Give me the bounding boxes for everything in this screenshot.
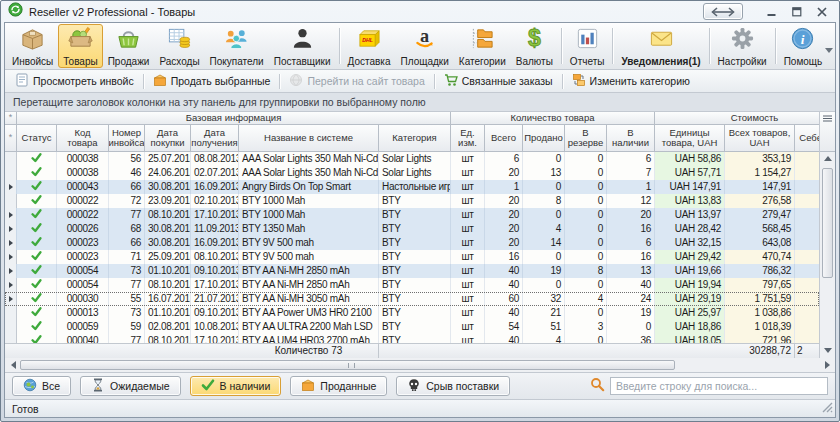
toolbar-separator	[339, 28, 340, 64]
column-header[interactable]: Ед. изм.	[451, 125, 485, 152]
column-header[interactable]: В наличии	[607, 125, 655, 152]
maximize-button[interactable]	[787, 5, 807, 19]
column-chooser-icon[interactable]	[820, 112, 835, 152]
filter-button-expected[interactable]: Ожидаемые	[80, 376, 180, 396]
toolbar-button-currencies[interactable]: $Валюты	[511, 24, 558, 68]
cell-unit_price: UAH 18,05	[655, 334, 725, 343]
column-header[interactable]: Дата получения	[191, 125, 239, 152]
scroll-down-icon[interactable]	[820, 344, 835, 357]
cell-reserved: 0	[565, 306, 607, 320]
cell-sold: 13	[523, 166, 565, 180]
band-header[interactable]: Базовая информация	[17, 112, 451, 125]
toolbar-button-buyers[interactable]: Покупатели	[205, 24, 269, 68]
table-row[interactable]: 0000407708.10.201317.10.2013BTY AA UM4 H…	[5, 334, 819, 343]
toolbar-overflow-icon[interactable]	[825, 53, 833, 71]
resize-grip-icon[interactable]	[822, 402, 833, 415]
cell-reserved: 3	[565, 320, 607, 334]
cell-category: BTY	[379, 292, 451, 306]
column-header[interactable]: Название в системе	[239, 125, 379, 152]
column-header[interactable]: Номер инвойса	[109, 125, 145, 152]
column-header[interactable]: Продано	[523, 125, 565, 152]
scroll-up-icon[interactable]	[820, 152, 835, 164]
action-button-goto-site: Перейти на сайт товара	[283, 71, 430, 91]
cell-rest	[795, 334, 819, 343]
column-header[interactable]: В резерве	[565, 125, 607, 152]
toolbar-button-invoices[interactable]: Инвойсы	[7, 24, 58, 68]
filter-button-all[interactable]: Все	[12, 376, 71, 396]
band-header[interactable]: Количество товара	[451, 112, 655, 125]
toolbar-button-categories[interactable]: Категории	[454, 24, 511, 68]
column-header[interactable]: Категория	[379, 125, 451, 152]
filter-button-in-stock[interactable]: В наличии	[190, 376, 282, 396]
table-row[interactable]: 0000547708.10.201317.10.2013BTY AA Ni-MH…	[5, 278, 819, 292]
table-row[interactable]: 0000547301.10.201309.10.2013BTY AA Ni-MH…	[5, 264, 819, 278]
scroll-left-icon[interactable]	[7, 358, 19, 372]
column-header[interactable]: Всего	[485, 125, 523, 152]
reports-icon	[575, 26, 600, 55]
app-icon	[8, 2, 23, 21]
action-button-related-orders[interactable]: Связанные заказы	[438, 71, 559, 91]
band-header[interactable]: Стоимость	[655, 112, 819, 125]
table-row[interactable]: 0000236630.08.201316.09.2013BTY 9V 500 m…	[5, 236, 819, 250]
action-toolbar: Просмотреть инвойсПродать выбранныеПерей…	[5, 70, 835, 93]
action-button-sell-selected[interactable]: Продать выбранные	[147, 71, 277, 91]
cell-name: BTY 1000 Mah	[239, 208, 379, 222]
toolbar-button-notifications[interactable]: Уведомления(1)	[616, 24, 705, 68]
row-indicator	[5, 278, 17, 292]
action-button-change-category[interactable]: Изменить категорию	[566, 71, 696, 91]
window-switch-button[interactable]	[703, 3, 743, 20]
toolbar-button-sales[interactable]: Продажи	[103, 24, 155, 68]
column-header[interactable]: Всех товаров, UAH	[725, 125, 795, 152]
sold-box-icon	[301, 378, 315, 394]
column-header[interactable]: Себест ост.	[795, 125, 819, 152]
row-indicator	[5, 320, 17, 334]
search-input[interactable]	[610, 377, 828, 395]
table-row[interactable]: 0000237125.09.201308.10.2013BTY 9V 500 m…	[5, 250, 819, 264]
column-header[interactable]: Код товара	[57, 125, 109, 152]
toolbar-button-goods[interactable]: Товары	[58, 24, 102, 68]
table-row[interactable]: 0000595902.08.201310.08.2013BTY AA ULTRA…	[5, 320, 819, 334]
filter-button-failed[interactable]: Срыв поставки	[396, 376, 510, 396]
toolbar-button-marketplaces[interactable]: aПлощадки	[396, 24, 454, 68]
cell-total: 40	[485, 306, 523, 320]
titlebar[interactable]: Reseller v2 Professional - Товары	[4, 1, 836, 22]
cell-received: 08.08.2013	[191, 152, 239, 166]
status-text: Готов	[12, 403, 39, 415]
horizontal-scroll-thumb[interactable]	[20, 360, 675, 370]
horizontal-scrollbar[interactable]	[5, 358, 835, 373]
cell-unit_price: UAH 13,83	[655, 194, 725, 208]
toolbar-button-help[interactable]: iПомощь	[779, 24, 828, 68]
cell-received: 17.10.2013	[191, 278, 239, 292]
toolbar-separator	[709, 28, 710, 64]
scroll-right-icon[interactable]	[821, 358, 833, 372]
column-header[interactable]: Статус	[17, 125, 57, 152]
table-row[interactable]: 0000385625.07.201308.08.2013AAA Solar Li…	[5, 152, 819, 166]
cell-purchased: 01.10.2013	[145, 306, 191, 320]
group-by-panel[interactable]: Перетащите заголовок колонки на эту пане…	[5, 93, 835, 112]
table-row[interactable]: 0000384624.06.201302.07.2013AAA Solar Li…	[5, 166, 819, 180]
cell-unit: шт	[451, 250, 485, 264]
filter-button-sold[interactable]: Проданные	[290, 376, 387, 396]
table-row[interactable]: 0000266830.08.201311.09.2013BTY 1350 Mah…	[5, 222, 819, 236]
minimize-button[interactable]	[762, 5, 782, 19]
toolbar-button-delivery[interactable]: DHLДоставка	[343, 24, 396, 68]
table-row[interactable]: 0000227223.09.201302.10.2013BTY 1000 Mah…	[5, 194, 819, 208]
table-row[interactable]: 0000305516.07.201321.07.2013BTY AA Ni-MH…	[5, 292, 819, 306]
vertical-scrollbar[interactable]	[819, 112, 835, 358]
column-header[interactable]: Единицы товара, UAH	[655, 125, 725, 152]
close-button[interactable]	[812, 5, 832, 19]
vertical-scroll-thumb[interactable]	[822, 168, 833, 278]
cell-sold: 32	[523, 292, 565, 306]
toolbar-button-suppliers[interactable]: Поставщики	[269, 24, 336, 68]
toolbar-button-reports[interactable]: Отчеты	[565, 24, 610, 68]
table-row[interactable]: 0000227708.10.201317.10.2013BTY 1000 Mah…	[5, 208, 819, 222]
toolbar-button-expenses[interactable]: Расходы	[154, 24, 204, 68]
column-header[interactable]: Дата покупки	[145, 125, 191, 152]
toolbar-label: Настройки	[718, 56, 767, 67]
table-row[interactable]: 0000137301.10.201309.10.2013BTY AA Power…	[5, 306, 819, 320]
cell-reserved: 0	[565, 152, 607, 166]
table-row[interactable]: 0000436630.08.201316.09.2013Angry Birds …	[5, 180, 819, 194]
toolbar-button-settings[interactable]: Настройки	[713, 24, 772, 68]
action-button-view-invoice[interactable]: Просмотреть инвойс	[9, 71, 140, 91]
row-focus-arrow-icon	[9, 184, 13, 190]
